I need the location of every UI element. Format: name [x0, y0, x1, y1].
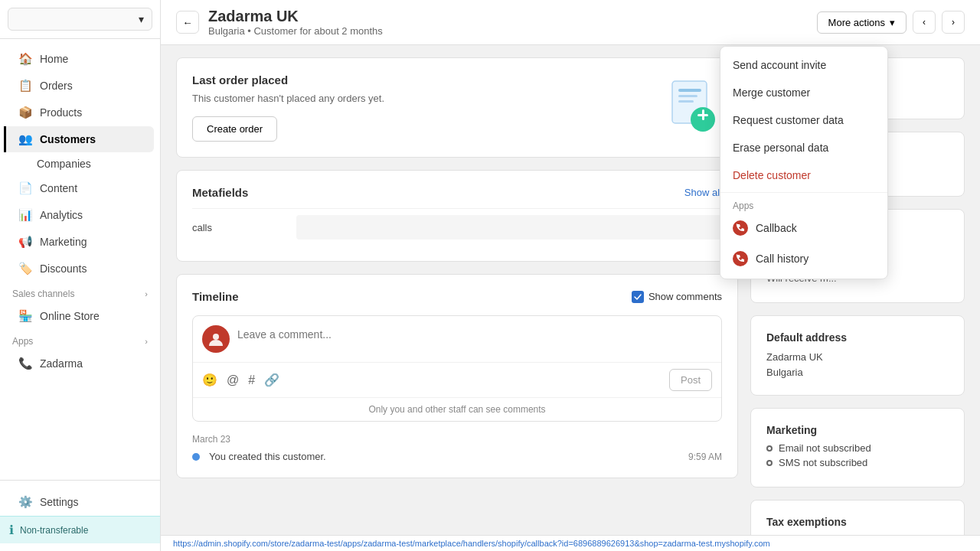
- sidebar-item-settings[interactable]: ⚙️ Settings: [6, 489, 154, 515]
- sidebar-item-customers[interactable]: 👥 Customers: [4, 126, 154, 152]
- chevron-right-icon: ›: [145, 337, 148, 346]
- chevron-down-icon: ▾: [890, 17, 895, 28]
- status-bar: https://admin.shopify.com/store/zadarma-…: [161, 535, 980, 551]
- sms-dot-icon: [766, 460, 773, 466]
- marketing-card: Marketing Email not subscribed SMS not s…: [750, 408, 965, 487]
- sidebar-item-zadarma[interactable]: 📞 Zadarma: [6, 350, 154, 377]
- timeline-event: You created this customer. 9:59 AM: [192, 451, 722, 462]
- dropdown-item-callback[interactable]: Callback: [720, 213, 887, 243]
- address-country: Bulgaria: [766, 365, 949, 380]
- avatar: [202, 325, 230, 353]
- sidebar-item-label: Settings: [40, 496, 79, 508]
- sidebar-item-online-store[interactable]: 🏪 Online Store: [6, 303, 154, 329]
- timeline-date: March 23: [192, 434, 722, 445]
- email-marketing-row: Email not subscribed: [766, 442, 949, 454]
- prev-customer-button[interactable]: ‹: [913, 11, 936, 34]
- sidebar-item-label: Online Store: [40, 310, 100, 322]
- sidebar-nav: 🏠 Home 📋 Orders 📦 Products 👥 Customers C…: [0, 39, 160, 480]
- apps-section: Apps ›: [0, 330, 160, 350]
- dropdown-item-erase-data[interactable]: Erase personal data: [720, 134, 887, 161]
- sms-marketing-row: SMS not subscribed: [766, 457, 949, 468]
- dropdown-item-merge-customer[interactable]: Merge customer: [720, 79, 887, 106]
- sidebar-bottom: ⚙️ Settings ℹ Non-transferable: [0, 480, 160, 551]
- top-bar-right: More actions ▾ ‹ ›: [817, 11, 965, 34]
- last-order-description: This customer hasn't placed any orders y…: [192, 93, 384, 104]
- comment-area: 🙂 @ # 🔗 Post Only you and other staff ca…: [192, 315, 722, 422]
- metafields-card: Metafields Show all calls: [176, 170, 738, 262]
- customer-subtitle: Bulgaria • Customer for about 2 months: [208, 25, 383, 37]
- create-order-button[interactable]: Create order: [192, 116, 277, 142]
- sidebar-item-home[interactable]: 🏠 Home: [6, 46, 154, 72]
- comment-toolbar: 🙂 @ # 🔗 Post: [193, 362, 721, 397]
- last-order-card: Last order placed This customer hasn't p…: [176, 57, 738, 158]
- post-button[interactable]: Post: [669, 369, 712, 391]
- metafields-value: [296, 215, 722, 240]
- sidebar-item-orders[interactable]: 📋 Orders: [6, 73, 154, 99]
- metafields-title: Metafields: [192, 186, 248, 199]
- metafields-row: calls: [192, 208, 722, 246]
- sidebar-sub-item-companies[interactable]: Companies: [6, 153, 154, 174]
- home-icon: 🏠: [18, 52, 32, 66]
- timeline-title: Timeline: [192, 290, 239, 303]
- hashtag-icon[interactable]: #: [248, 373, 255, 387]
- next-customer-button[interactable]: ›: [942, 11, 965, 34]
- call-history-label: Call history: [756, 253, 808, 265]
- last-order-title: Last order placed: [192, 73, 384, 86]
- tax-exemptions-title: Tax exemptions: [766, 516, 949, 528]
- show-comments-toggle[interactable]: Show comments: [632, 291, 722, 303]
- top-bar: ← Zadarma UK Bulgaria • Customer for abo…: [161, 0, 980, 45]
- status-url: https://admin.shopify.com/store/zadarma-…: [173, 539, 770, 548]
- dropdown-item-request-data[interactable]: Request customer data: [720, 106, 887, 134]
- sidebar-item-content[interactable]: 📄 Content: [6, 175, 154, 201]
- sidebar: ▾ 🏠 Home 📋 Orders 📦 Products 👥 Customers…: [0, 0, 161, 551]
- sidebar-item-products[interactable]: 📦 Products: [6, 99, 154, 126]
- back-button[interactable]: ←: [176, 11, 199, 34]
- emoji-icon[interactable]: 🙂: [202, 373, 217, 387]
- comment-input-row: [193, 316, 721, 362]
- sidebar-item-label: Home: [40, 53, 68, 65]
- more-actions-label: More actions: [828, 17, 885, 28]
- dropdown-item-send-invite[interactable]: Send account invite: [720, 51, 887, 79]
- sidebar-item-label: Analytics: [40, 209, 83, 221]
- metafields-header: Metafields Show all: [192, 186, 722, 199]
- sidebar-item-marketing[interactable]: 📢 Marketing: [6, 229, 154, 255]
- svg-rect-6: [702, 109, 704, 120]
- address-name: Zadarma UK: [766, 350, 949, 365]
- more-actions-dropdown: Send account invite Merge customer Reque…: [720, 46, 888, 279]
- more-actions-button[interactable]: More actions ▾: [817, 11, 906, 34]
- non-transferable-banner: ℹ Non-transferable: [0, 516, 160, 543]
- sidebar-item-discounts[interactable]: 🏷️ Discounts: [6, 256, 154, 282]
- email-dot-icon: [766, 445, 773, 452]
- sidebar-item-label: Content: [40, 182, 77, 194]
- sidebar-top: ▾: [0, 0, 160, 39]
- svg-rect-1: [678, 89, 701, 92]
- content-icon: 📄: [18, 181, 32, 195]
- chevron-down-icon: ▾: [139, 13, 144, 25]
- timeline-event-time: 9:59 AM: [688, 452, 722, 462]
- content-left: Last order placed This customer hasn't p…: [176, 57, 738, 523]
- show-comments-label: Show comments: [648, 291, 722, 302]
- sidebar-item-label: Zadarma: [40, 357, 83, 370]
- dropdown-item-delete-customer[interactable]: Delete customer: [720, 161, 887, 189]
- sales-channels-section: Sales channels ›: [0, 282, 160, 302]
- order-illustration: [661, 77, 722, 139]
- dropdown-divider: [720, 192, 887, 193]
- timeline-header: Timeline Show comments: [192, 290, 722, 303]
- sidebar-item-label: Discounts: [40, 262, 87, 275]
- store-selector[interactable]: ▾: [8, 8, 152, 31]
- mention-icon[interactable]: @: [227, 373, 239, 387]
- link-icon[interactable]: 🔗: [264, 373, 279, 387]
- dropdown-apps-label: Apps: [720, 196, 887, 213]
- comment-input[interactable]: [237, 325, 712, 344]
- default-address-title: Default address: [766, 331, 949, 344]
- main-content: ← Zadarma UK Bulgaria • Customer for abo…: [161, 0, 980, 551]
- dropdown-item-call-history[interactable]: Call history: [720, 243, 887, 274]
- customers-icon: 👥: [18, 132, 32, 146]
- show-all-link[interactable]: Show all: [684, 187, 722, 198]
- svg-rect-2: [678, 95, 697, 97]
- settings-icon: ⚙️: [18, 495, 32, 509]
- info-icon: ℹ: [9, 523, 14, 537]
- tax-exemptions-card: Tax exemptions No exemptions: [750, 500, 965, 535]
- show-comments-checkbox[interactable]: [632, 291, 644, 303]
- sidebar-item-analytics[interactable]: 📊 Analytics: [6, 202, 154, 228]
